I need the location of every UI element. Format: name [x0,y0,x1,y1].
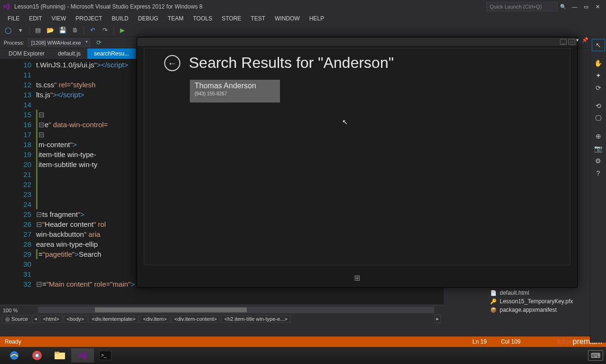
taskbar-explorer-icon[interactable] [48,348,71,363]
pin-icon[interactable]: 📌 [582,37,588,43]
status-bar: Ready Ln 19 Col 109 [0,336,606,347]
windows-logo-icon[interactable]: ⊞ [354,273,360,282]
solution-item[interactable]: 📦package.appxmanifest [487,306,587,314]
simulator-toolstrip: ↖✋✦⟳⟲🖵⊕📷⚙? [590,37,606,343]
solution-item[interactable]: 📄default.html [487,289,587,297]
status-col: Col 109 [501,338,521,345]
menu-view[interactable]: VIEW [47,14,71,23]
file-icon: 📦 [490,307,497,313]
titlebar: Lesson15 (Running) - Microsoft Visual St… [0,0,606,13]
open-button[interactable]: 📂 [45,25,56,36]
status-line: Ln 19 [473,338,487,345]
process-label: Process: [4,40,24,46]
solution-item[interactable]: 🔑Lesson15_TemporaryKey.pfx [487,297,587,306]
menu-edit[interactable]: EDIT [24,14,47,23]
nav-back-button[interactable]: ◯ [3,25,13,36]
menu-debug[interactable]: DEBUG [133,14,163,23]
status-state: Ready [5,338,21,345]
continue-button[interactable]: ▶ [117,25,128,36]
taskbar-chrome-icon[interactable] [26,348,48,363]
svg-rect-4 [55,353,65,359]
globe-icon[interactable]: ⊕ [592,130,605,142]
menu-file[interactable]: FILE [3,14,24,23]
window-title: Lesson15 (Running) - Microsoft Visual St… [14,3,203,10]
source-view-toggle[interactable]: ◎ Source [2,315,31,323]
simulator-window: _ □ ← Search Results for "Anderson" Thom… [137,37,578,288]
breadcrumb-bar: ◎ Source ◄ <html><body><div.itemtemplate… [0,314,444,324]
sim-minimize-button[interactable]: _ [560,39,567,45]
close-button[interactable]: ✕ [592,2,603,11]
maximize-button[interactable]: ▭ [580,2,592,11]
rotate-ccw-icon[interactable]: ⟲ [592,100,605,112]
minimize-button[interactable]: — [569,2,580,11]
toolbar: ◯ ▾ ▤ 📂 💾 🗎 ↶ ↷ ▶ [0,24,606,37]
refresh-icon[interactable]: ⟳ [94,37,104,48]
svg-point-3 [36,354,38,357]
redo-button[interactable]: ↷ [100,25,110,36]
save-all-button[interactable]: 🗎 [70,25,80,36]
taskbar-vs-icon[interactable] [71,348,94,363]
doc-tab[interactable]: default.js [51,48,87,59]
svg-text:>_: >_ [101,353,107,358]
file-icon: 📄 [490,289,497,296]
menu-help[interactable]: HELP [305,14,329,23]
sim-page-title: Search Results for "Anderson" [189,54,394,72]
breadcrumb-item[interactable]: <div.item-content> [171,315,220,323]
save-button[interactable]: 💾 [57,25,68,36]
undo-button[interactable]: ↶ [87,25,98,36]
result-name: Thomas Anderson [195,82,275,90]
rotate-cw-icon[interactable]: ⟳ [592,82,605,94]
menu-build[interactable]: BUILD [107,14,133,23]
breadcrumb-item[interactable]: <body> [64,315,88,323]
zoom-level[interactable]: 100 % [3,308,18,313]
doc-tab[interactable]: searchResu... [87,48,136,59]
taskbar-console-icon[interactable]: >_ [94,348,117,363]
search-icon[interactable]: 🔍 [558,2,569,11]
quick-launch-input[interactable]: Quick Launch (Ctrl+Q) [486,2,558,11]
monitor-icon[interactable]: 🖵 [592,112,605,124]
result-phone: (943) 155-8267 [195,91,275,96]
menubar: FILEEDITVIEWPROJECTBUILDDEBUGTEAMTOOLSST… [0,13,606,24]
camera-icon[interactable]: 📷 [592,142,605,155]
hand-icon[interactable]: ✋ [592,57,605,69]
process-combo[interactable]: [1208] WWAHost.exe [28,38,90,47]
breadcrumb-prev[interactable]: ◄ [32,315,39,323]
line-gutter: 1011121314151617181920212223242526272829… [0,59,36,324]
menu-window[interactable]: WINDOW [270,14,305,23]
dropdown-icon[interactable]: ▾ [576,37,579,43]
taskbar-keyboard-icon[interactable]: ⌨ [588,350,603,361]
breadcrumb-item[interactable]: <h2.item-title win-type-e...> [221,315,291,323]
gear-icon[interactable]: ⚙ [592,155,605,167]
breadcrumb-item[interactable]: <div.item> [140,315,170,323]
menu-test[interactable]: TEST [246,14,270,23]
menu-store[interactable]: STORE [217,14,246,23]
file-icon: 🔑 [490,298,497,305]
menu-tools[interactable]: TOOLS [188,14,217,23]
pointer-icon[interactable]: ↖ [592,39,605,51]
doc-tab[interactable]: DOM Explorer [2,48,51,59]
new-project-button[interactable]: ▤ [33,25,43,36]
menu-project[interactable]: PROJECT [71,14,107,23]
sim-back-button[interactable]: ← [164,55,180,71]
breadcrumb-item[interactable]: <div.itemtemplate> [88,315,139,323]
vs-logo-icon [3,3,10,10]
sim-screen[interactable]: ← Search Results for "Anderson" Thomas A… [144,48,570,265]
taskbar-ie-icon[interactable] [3,348,26,363]
menu-team[interactable]: TEAM [163,14,188,23]
nav-fwd-button[interactable]: ▾ [15,25,26,36]
pinch-icon[interactable]: ✦ [592,69,605,82]
breadcrumb-item[interactable]: <html> [40,315,63,323]
help-icon[interactable]: ? [592,167,605,179]
svg-rect-5 [55,352,59,354]
editor-hscrollbar[interactable] [38,307,434,313]
windows-taskbar: >_ ⌨ [0,347,606,364]
solution-explorer-fragment: 📄default.html🔑Lesson15_TemporaryKey.pfx📦… [487,289,587,314]
breadcrumb-next[interactable]: ► [434,315,441,323]
search-result-card[interactable]: Thomas Anderson (943) 155-8267 [190,80,280,103]
sim-maximize-button[interactable]: □ [569,39,575,45]
